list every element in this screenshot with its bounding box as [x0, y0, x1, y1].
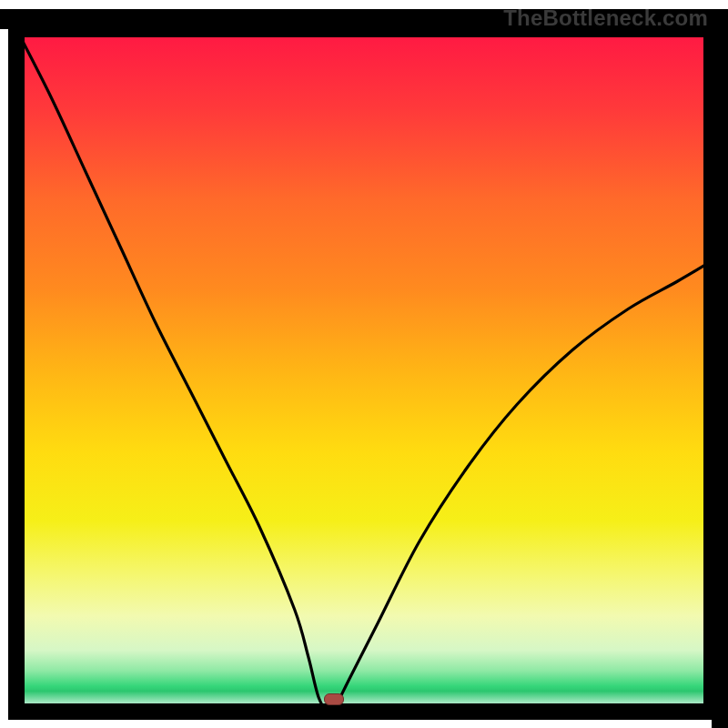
plot-background — [16, 29, 712, 712]
bottleneck-chart — [0, 0, 728, 728]
optimum-marker — [324, 693, 344, 705]
watermark-text: TheBottleneck.com — [503, 5, 708, 31]
